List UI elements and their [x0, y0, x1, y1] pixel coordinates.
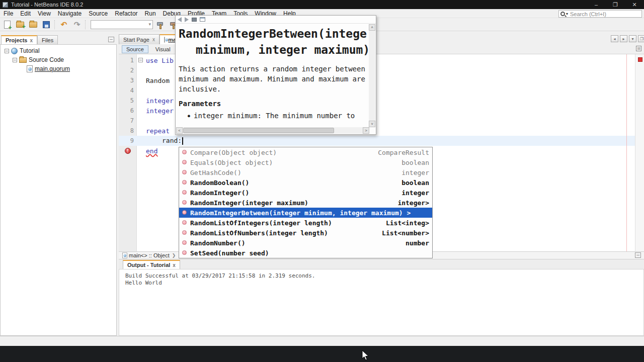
scroll-tabs-right-button[interactable]: ▸: [620, 35, 627, 42]
quorum-file-icon: [164, 37, 165, 42]
completion-item-selected[interactable]: RandomIntegerBetween(integer minimum, in…: [179, 208, 432, 218]
menu-source[interactable]: Source: [85, 10, 111, 17]
output-line: Build Successful at 03/29/2017 21:15:58 …: [125, 273, 643, 280]
code-fold-icon[interactable]: –: [138, 58, 143, 62]
completion-item[interactable]: GetHashCode()integer: [179, 167, 432, 177]
close-icon[interactable]: x: [30, 38, 33, 43]
menu-view[interactable]: View: [34, 10, 54, 17]
redo-button[interactable]: ↷: [71, 19, 83, 30]
configuration-combobox[interactable]: [91, 20, 153, 29]
completion-item[interactable]: Compare(Object object)CompareResult: [179, 147, 432, 157]
menu-edit[interactable]: Edit: [17, 10, 34, 17]
window-title: Tutorial - NetBeans IDE 8.0.2: [11, 2, 83, 8]
doc-parameters-heading: Parameters: [179, 100, 371, 108]
quick-search-box[interactable]: ▾ Search (Ctrl+I): [558, 10, 642, 18]
line-number: 8: [119, 127, 134, 134]
tab-files-label: Files: [42, 37, 53, 43]
line-number: 2: [119, 67, 134, 74]
doc-forward-icon[interactable]: [185, 17, 189, 22]
doc-title-line2: minimum, integer maximum): [179, 42, 371, 58]
folder-icon: [19, 57, 27, 63]
view-visual-button[interactable]: Visual: [151, 46, 175, 53]
doc-horizontal-scrollbar[interactable]: < >: [176, 127, 369, 134]
completion-item[interactable]: RandomListOfIntegers(integer length)List…: [179, 218, 432, 228]
collapse-handle-icon[interactable]: –: [13, 58, 17, 62]
doc-popup-toolbar: [176, 16, 376, 24]
maximize-button[interactable]: ❐: [606, 0, 625, 9]
new-project-icon: [16, 22, 24, 28]
completion-item[interactable]: SetSeed(number seed): [179, 248, 432, 258]
close-icon[interactable]: x: [152, 37, 155, 42]
line-number: 3: [119, 77, 134, 84]
completion-item[interactable]: RandomInteger(integer maximum)integer>: [179, 198, 432, 208]
quorum-file-icon: [122, 252, 127, 258]
tree-item-label: Tutorial: [20, 47, 40, 54]
completion-item[interactable]: RandomNumber()number: [179, 238, 432, 248]
scrollbar-thumb[interactable]: [183, 128, 334, 133]
output-console[interactable]: Build Successful at 03/29/2017 21:15:58 …: [119, 269, 644, 336]
output-tab-row: Output - Tutorial x: [119, 259, 644, 269]
tree-item-label: main.quorum: [35, 65, 70, 72]
build-project-button[interactable]: [154, 19, 166, 30]
tab-list-dropdown-button[interactable]: ▾: [629, 35, 636, 42]
scroll-right-icon[interactable]: >: [363, 127, 369, 134]
doc-show-source-icon[interactable]: [192, 18, 197, 22]
undo-button[interactable]: ↶: [58, 19, 70, 30]
scroll-up-icon[interactable]: ˄: [369, 24, 375, 31]
save-all-button[interactable]: [40, 19, 52, 30]
collapse-handle-icon[interactable]: –: [5, 49, 9, 53]
error-stripe-mark[interactable]: [638, 57, 642, 62]
tab-files[interactable]: Files: [37, 35, 58, 44]
tab-start-page[interactable]: Start Page x: [119, 34, 159, 44]
method-icon: [182, 150, 187, 154]
code-text: repeat: [146, 127, 170, 135]
panel-minimize-button[interactable]: ─: [108, 37, 114, 42]
tree-item-source-code[interactable]: – Source Code: [13, 56, 64, 64]
open-project-button[interactable]: [27, 19, 39, 30]
breadcrumb-panel-button[interactable]: ─: [635, 252, 641, 258]
chevron-right-icon: ❯: [172, 253, 176, 258]
doc-external-browser-icon[interactable]: [200, 17, 205, 22]
completion-item[interactable]: RandomListOfNumbers(integer length)List<…: [179, 228, 432, 238]
scroll-left-icon[interactable]: <: [176, 127, 183, 134]
view-source-button[interactable]: Source: [122, 45, 148, 53]
line-number: 4: [119, 87, 134, 94]
menu-navigate[interactable]: Navigate: [54, 10, 85, 17]
method-icon: [182, 190, 187, 195]
right-margin-guide: [626, 54, 627, 251]
maximize-document-button[interactable]: ❐: [638, 35, 644, 42]
doc-vertical-scrollbar[interactable]: ˄ ˅: [369, 24, 375, 127]
doc-back-icon[interactable]: [178, 17, 182, 22]
completion-item[interactable]: RandomInteger()integer: [179, 188, 432, 198]
tree-item-project[interactable]: – Tutorial: [5, 47, 40, 55]
minimize-button[interactable]: –: [587, 0, 606, 9]
tab-projects[interactable]: Projects x: [1, 35, 37, 44]
completion-item[interactable]: Equals(Object object)boolean: [179, 157, 432, 167]
scroll-down-icon[interactable]: ˅: [369, 121, 375, 127]
close-button[interactable]: ✕: [625, 0, 644, 9]
method-icon: [182, 230, 187, 235]
menu-run[interactable]: Run: [141, 10, 159, 17]
tree-item-main-quorum[interactable]: main.quorum: [27, 65, 70, 73]
netbeans-app-icon: [3, 2, 8, 8]
close-icon[interactable]: x: [173, 262, 176, 268]
save-all-icon: [43, 21, 50, 28]
hammer-icon: [156, 21, 164, 29]
error-stripe[interactable]: [635, 54, 644, 251]
breadcrumb-label: main<> :: Object: [129, 252, 170, 258]
search-icon: [560, 12, 565, 16]
new-project-button[interactable]: [14, 19, 26, 30]
diff-grid-icon[interactable]: ⊞: [636, 46, 641, 51]
toolbar-separator: [54, 20, 55, 29]
output-line: Hello World: [125, 280, 643, 287]
completion-item[interactable]: RandomBoolean()boolean: [179, 177, 432, 188]
menu-file[interactable]: File: [0, 10, 17, 17]
line-number: 9: [119, 137, 134, 144]
tab-start-page-label: Start Page: [123, 37, 149, 43]
new-file-button[interactable]: [1, 19, 13, 30]
code-line-current[interactable]: 9 rand:: [119, 136, 635, 146]
menu-refactor[interactable]: Refactor: [111, 10, 141, 17]
scroll-tabs-left-button[interactable]: ◂: [611, 35, 618, 42]
tab-output-tutorial[interactable]: Output - Tutorial x: [123, 260, 180, 269]
line-number: 6: [119, 107, 134, 114]
